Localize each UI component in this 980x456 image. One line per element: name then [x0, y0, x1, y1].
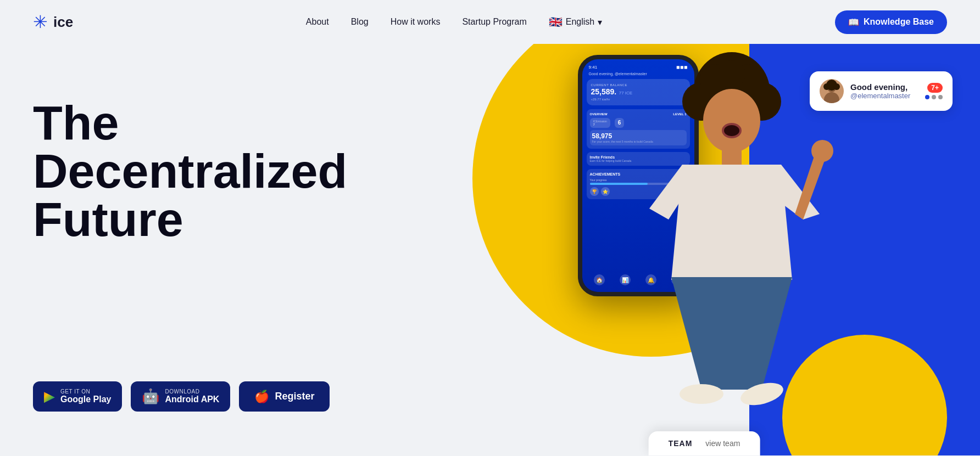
notification-badge-area: 7+ [925, 83, 943, 99]
logo-text: ice [53, 14, 73, 31]
view-team-link[interactable]: view team [705, 439, 740, 448]
svg-point-5 [833, 83, 840, 90]
notification-username: @elementalmaster [850, 92, 918, 100]
register-button[interactable]: 🍎 Register [239, 381, 330, 412]
logo[interactable]: ✳ ice [33, 12, 73, 32]
dot-icon [925, 95, 929, 99]
svg-point-16 [811, 140, 833, 162]
notification-badge: 7+ [927, 83, 943, 93]
nav-startup-program[interactable]: Startup Program [462, 17, 526, 27]
android-apk-button[interactable]: 🤖 DOWNLOAD Android APK [131, 381, 230, 412]
google-play-main: Google Play [60, 395, 111, 404]
android-apk-text: DOWNLOAD Android APK [165, 389, 219, 404]
notification-dots [925, 95, 943, 99]
android-apk-pre: DOWNLOAD [165, 389, 219, 395]
svg-point-4 [823, 83, 830, 90]
dot-icon [932, 95, 936, 99]
google-play-icon: ▶ [44, 388, 55, 405]
team-bar: TEAM view team [649, 431, 760, 455]
svg-point-1 [824, 92, 839, 103]
hero-right: Good evening, @elementalmaster 7+ 9:41 ◼… [428, 44, 980, 455]
main-nav: About Blog How it works Startup Program … [306, 15, 602, 29]
hero-title-line2: Decentralized [33, 144, 347, 198]
achievement-icon: 🏆 [590, 187, 599, 196]
hero-buttons: ▶ GET IT ON Google Play 🤖 DOWNLOAD Andro… [33, 348, 396, 412]
hero-title: The Decentralized Future [33, 99, 396, 244]
knowledge-base-label: Knowledge Base [864, 17, 934, 27]
dot-icon [938, 95, 943, 99]
svg-point-18 [724, 125, 739, 136]
team-label: TEAM [669, 439, 693, 448]
android-apk-main: Android APK [165, 395, 219, 404]
google-play-button[interactable]: ▶ GET IT ON Google Play [33, 381, 122, 412]
knowledge-base-button[interactable]: 📖 Knowledge Base [835, 10, 947, 34]
notification-text: Good evening, @elementalmaster [850, 82, 918, 100]
flag-icon: 🇬🇧 [549, 15, 563, 29]
nav-blog[interactable]: Blog [351, 17, 369, 27]
header: ✳ ice About Blog How it works Startup Pr… [0, 0, 980, 44]
language-label: English [566, 17, 594, 27]
phone-nav-home: 🏠 [594, 274, 605, 285]
hero-title-line1: The [33, 95, 119, 150]
logo-star-icon: ✳ [33, 12, 48, 32]
hero-title-line3: Future [33, 192, 183, 246]
chevron-down-icon: ▾ [598, 17, 602, 27]
book-icon: 📖 [848, 17, 859, 27]
svg-point-12 [703, 89, 760, 153]
register-label: Register [275, 391, 314, 402]
svg-point-11 [718, 60, 745, 88]
level-item-1: ICEmission 7 [590, 118, 610, 128]
android-icon: 🤖 [142, 388, 159, 405]
balance-amount: 25,589. [591, 87, 617, 96]
hero-left: The Decentralized Future ▶ GET IT ON Goo… [0, 44, 428, 455]
google-play-pre: GET IT ON [60, 389, 111, 395]
language-selector[interactable]: 🇬🇧 English ▾ [549, 15, 602, 29]
svg-point-14 [680, 384, 723, 404]
overview-title: OVERVIEW [590, 112, 608, 116]
apple-icon: 🍎 [254, 390, 269, 404]
notification-greeting: Good evening, [850, 82, 918, 92]
nav-how-it-works[interactable]: How it works [391, 17, 441, 27]
achievement-icon: ⭐ [601, 187, 610, 196]
hero-section: The Decentralized Future ▶ GET IT ON Goo… [0, 44, 980, 455]
nav-about[interactable]: About [306, 17, 329, 27]
google-play-text: GET IT ON Google Play [60, 389, 111, 404]
notification-card: Good evening, @elementalmaster 7+ [810, 71, 953, 111]
avatar [820, 79, 844, 103]
